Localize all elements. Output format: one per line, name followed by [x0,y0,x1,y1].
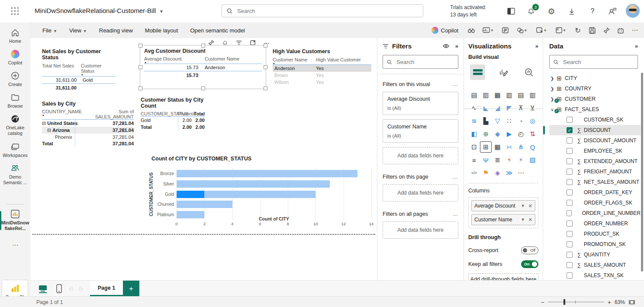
filters-search[interactable] [383,55,458,69]
bar-gold[interactable] [177,191,316,198]
field-checkbox[interactable] [567,272,573,278]
column-header[interactable]: Total Net Sales [42,63,77,76]
text-box-icon[interactable] [499,25,511,36]
more-options-icon[interactable]: ⋯ [629,25,641,36]
menu-reading-view[interactable]: Reading view [99,27,133,34]
visual-type-100-stacked-column-chart[interactable]: ▥ [527,90,538,101]
visual-type-waterfall-chart[interactable]: ▙ [480,115,492,127]
filter-card-average-discount[interactable]: Average Discount is (All) [383,92,458,115]
data-search[interactable] [549,55,638,69]
visual-type-100-stacked-area-chart[interactable]: ◤ [503,102,515,114]
visual-type-slicer[interactable]: ⊡ [468,141,480,153]
keep-all-filters-toggle[interactable]: On [521,260,538,268]
scrollbar-thumb[interactable] [641,73,643,272]
resize-handle[interactable] [201,86,205,90]
collapse-pane-icon[interactable]: » [635,43,638,49]
visual-type-donut-chart[interactable]: ◎ [527,115,538,127]
zoom-out-icon[interactable]: − [541,299,544,306]
prev-page-icon[interactable]: ◁ [69,286,72,291]
nav-more[interactable]: ⋯ [0,242,30,248]
pin-icon[interactable] [601,25,612,36]
field-checkbox[interactable] [567,148,573,154]
chevron-down-icon[interactable]: ▼ [521,217,525,222]
visual-type-stacked-area-chart[interactable]: ◢ [492,102,503,114]
table-row[interactable]: 31,611.00 Gold [42,77,116,83]
menu-open-semantic-model[interactable]: Open semantic model [190,27,245,34]
data-field-ORDER_DATE_KEY[interactable]: ORDER_DATE_KEY [549,187,641,198]
data-field-NET_SALES_AMOUNT[interactable]: ∑NET_SALES_AMOUNT [549,177,641,187]
tab-analytics[interactable] [522,64,537,80]
visual-type-power-platform[interactable]: ≫ [503,167,515,179]
field-checkbox[interactable] [567,117,573,123]
remove-field-icon[interactable]: ✕ [528,217,532,223]
visual-type-image-visual[interactable]: ▧ [527,154,538,166]
field-pill-customer-name[interactable]: Customer Name▼✕ [471,214,535,225]
notifications-bell-icon[interactable]: 3 [525,6,537,17]
field-checkbox[interactable] [567,200,573,206]
fit-to-page-icon[interactable] [628,300,635,305]
visual-type-gauge[interactable]: ◴ [515,128,527,140]
remove-field-icon[interactable]: ✕ [528,203,532,209]
section-more-icon[interactable]: … [453,81,459,87]
field-checkbox[interactable] [567,262,573,268]
collapse-pane-icon[interactable]: » [455,43,458,49]
data-field-EMPLOYEE_SK[interactable]: EMPLOYEE_SK [549,146,641,156]
data-field-DISCOUNT_AMOUNT[interactable]: ∑DISCOUNT_AMOUNT [549,135,641,146]
chevron-right-icon[interactable]: ❯ [549,76,555,81]
nav-workspaces[interactable]: Workspaces [0,142,30,158]
section-more-icon[interactable]: … [453,211,459,217]
nav-demo-semantic[interactable]: Demo Semantic ... [0,163,30,185]
field-checkbox[interactable] [567,252,573,258]
desktop-view-icon[interactable] [36,285,49,293]
data-table-CUSTOMER[interactable]: ❯⊞✓CUSTOMER [549,94,641,104]
zoom-slider[interactable] [548,302,604,302]
zoom-slider-thumb[interactable] [564,299,565,305]
menu-mobile-layout[interactable]: Mobile layout [145,27,178,34]
menu-view[interactable]: View▼ [69,27,87,34]
collapse-icon[interactable]: ⊟ [42,121,46,126]
data-field-ORDER_LINE_NUMBER[interactable]: ORDER_LINE_NUMBER [549,208,641,218]
report-title[interactable]: MiniDwSnowflakeRelational-Customer-Bill▼ [35,7,164,14]
teams-apps-icon[interactable] [615,25,626,36]
app-launcher-icon[interactable] [11,7,19,15]
page-tab[interactable]: Page 1 [90,281,123,297]
matrix-row[interactable]: ⊟ United States 37,281.04 [42,120,134,127]
visual-type-paginated-report[interactable]: ≣ [492,154,503,166]
visual-type-scorecard[interactable]: ◈ [492,167,503,179]
nav-create[interactable]: Create [0,71,30,87]
visual-type-table[interactable]: ⊞ [480,141,492,153]
visual-type-goals[interactable]: Ψ [480,154,492,166]
chevron-right-icon[interactable]: ❯ [549,86,555,91]
help-icon[interactable]: ? [587,6,598,17]
table-row[interactable]: 15.73 Anderson [144,64,262,71]
visual-high-value-table[interactable]: High Value Customers Customer Name▲ High… [273,48,371,86]
resize-handle[interactable] [138,86,142,90]
data-table-COUNTRY[interactable]: ❯⊞COUNTRY [549,83,641,94]
table-row[interactable]: Wilson Yes [273,79,371,86]
column-header-sorted[interactable]: COUNTRY_NAME▲ [42,109,84,119]
section-more-icon[interactable]: … [453,174,459,180]
field-checkbox[interactable] [567,169,573,175]
nav-home[interactable]: Home [0,28,30,44]
visual-type-map[interactable]: ⊕ [480,128,492,140]
menu-file[interactable]: File▼ [42,27,57,34]
visual-type-stacked-column-chart[interactable]: ▥ [480,90,492,101]
add-filter-dropzone[interactable]: Add data fields here [383,221,458,239]
columns-field-well[interactable]: Average Discount▼✕Customer Name▼✕ [468,197,538,228]
resize-handle[interactable] [264,65,267,69]
visual-interactions-icon[interactable]: ▼ [553,25,569,36]
visual-type-arcgis-map[interactable]: ⚑ [480,167,492,179]
field-checkbox[interactable] [567,158,573,164]
field-checkbox[interactable] [567,210,572,216]
global-search[interactable] [222,4,423,17]
field-checkbox[interactable] [567,138,573,144]
data-field-PROMOTION_SK[interactable]: PROMOTION_SK [549,239,641,249]
bar-bronze[interactable] [177,170,357,177]
data-field-CUSTOMER_SK[interactable]: CUSTOMER_SK [549,115,641,125]
tab-format-visual[interactable] [496,64,511,80]
add-filter-dropzone[interactable]: Add data fields here [383,147,458,164]
tab-build-visual[interactable] [470,64,485,80]
visual-type-line-and-clustered-column-chart[interactable]: ⊻ [527,102,538,114]
add-filter-dropzone[interactable]: Add data fields here [383,184,458,201]
collapse-icon[interactable]: ⊟ [47,128,51,133]
